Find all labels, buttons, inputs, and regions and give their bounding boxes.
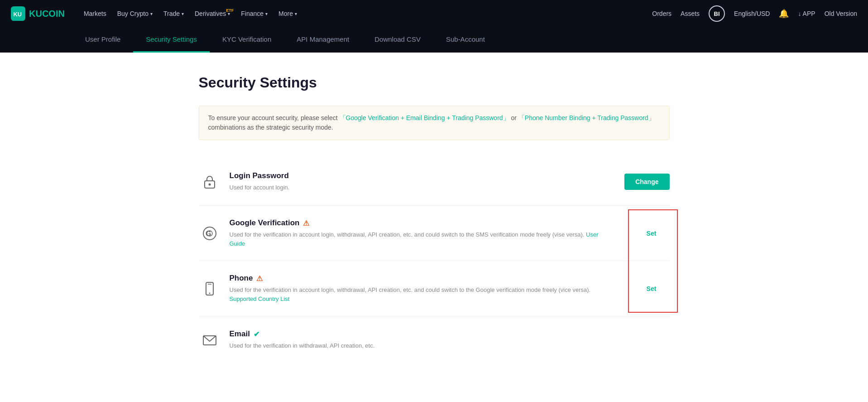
buy-crypto-arrow: ▾ bbox=[150, 11, 153, 16]
login-password-item: Login Password Used for account login. C… bbox=[199, 158, 670, 206]
assets-link[interactable]: Assets bbox=[681, 10, 700, 17]
set-google-button[interactable]: Set bbox=[636, 225, 667, 242]
login-password-content: Login Password Used for account login. bbox=[230, 171, 607, 192]
phone-desc: Used for the verification in account log… bbox=[230, 286, 615, 303]
set-phone-button[interactable]: Set bbox=[636, 281, 667, 297]
logo[interactable]: KU KUCOIN bbox=[11, 6, 65, 21]
notice-text-after: combinations as the strategic security m… bbox=[208, 124, 333, 131]
google-phone-section: G Google Verification ⚠ Used for the ver… bbox=[199, 206, 670, 316]
nav-derivatives[interactable]: ETF Derivatives ▾ bbox=[190, 6, 235, 21]
phone-action: Set bbox=[633, 281, 670, 297]
language-selector[interactable]: English/USD bbox=[734, 10, 770, 17]
avatar[interactable]: BI bbox=[709, 5, 725, 22]
tab-sub-account[interactable]: Sub-Account bbox=[433, 27, 498, 53]
nav-markets[interactable]: Markets bbox=[79, 6, 111, 21]
lock-icon bbox=[199, 171, 221, 193]
login-password-desc: Used for account login. bbox=[230, 183, 607, 192]
change-password-button[interactable]: Change bbox=[624, 174, 669, 190]
brand-name: KUCOIN bbox=[29, 9, 65, 19]
svg-text:KU: KU bbox=[14, 11, 22, 18]
nav-right: Orders Assets BI English/USD 🔔 ↓ APP Old… bbox=[652, 5, 857, 22]
login-password-action: Change bbox=[624, 174, 669, 190]
google-warn-icon: ⚠ bbox=[303, 219, 309, 228]
tab-user-profile[interactable]: User Profile bbox=[72, 27, 133, 53]
tab-kyc-verification[interactable]: KYC Verification bbox=[210, 27, 284, 53]
svg-point-3 bbox=[208, 184, 211, 186]
nav-trade[interactable]: Trade ▾ bbox=[159, 6, 188, 21]
subnav: User Profile Security Settings KYC Verif… bbox=[0, 27, 868, 53]
nav-links: Markets Buy Crypto ▾ Trade ▾ ETF Derivat… bbox=[79, 6, 638, 21]
orders-link[interactable]: Orders bbox=[652, 10, 671, 17]
nav-finance[interactable]: Finance ▾ bbox=[236, 6, 272, 21]
phone-content: Phone ⚠ Used for the verification in acc… bbox=[230, 274, 615, 303]
nav-more[interactable]: More ▾ bbox=[274, 6, 302, 21]
email-content: Email ✔ Used for the verification in wit… bbox=[230, 329, 670, 350]
phone-title: Phone ⚠ bbox=[230, 274, 615, 283]
google-verification-title: Google Verification ⚠ bbox=[230, 218, 615, 228]
page-title: Security Settings bbox=[199, 74, 670, 91]
phone-item: Phone ⚠ Used for the verification in acc… bbox=[199, 261, 670, 316]
tab-download-csv[interactable]: Download CSV bbox=[362, 27, 433, 53]
nav-buy-crypto[interactable]: Buy Crypto ▾ bbox=[113, 6, 157, 21]
notice-text-before: To ensure your account security, please … bbox=[208, 114, 338, 121]
old-version-link[interactable]: Old Version bbox=[825, 10, 857, 17]
phone-warn-icon: ⚠ bbox=[256, 274, 263, 283]
phone-icon bbox=[199, 278, 221, 300]
email-item: Email ✔ Used for the verification in wit… bbox=[199, 316, 670, 363]
finance-arrow: ▾ bbox=[265, 11, 268, 16]
etf-badge: ETF bbox=[226, 8, 234, 13]
notice-option1: 「Google Verification + Email Binding + T… bbox=[340, 114, 509, 121]
app-download[interactable]: ↓ APP bbox=[798, 10, 815, 17]
login-password-title: Login Password bbox=[230, 171, 607, 180]
notification-bell[interactable]: 🔔 bbox=[779, 9, 789, 19]
trade-arrow: ▾ bbox=[182, 11, 184, 16]
more-arrow: ▾ bbox=[295, 11, 297, 16]
email-icon bbox=[199, 329, 221, 351]
security-list: Login Password Used for account login. C… bbox=[199, 158, 670, 363]
svg-point-9 bbox=[209, 292, 210, 294]
phone-country-list-link[interactable]: Supported Country List bbox=[230, 295, 290, 302]
google-verification-content: Google Verification ⚠ Used for the verif… bbox=[230, 218, 615, 248]
google-verification-desc: Used for the verification in account log… bbox=[230, 230, 615, 248]
main-content: Security Settings To ensure your account… bbox=[163, 53, 706, 385]
navbar: KU KUCOIN Markets Buy Crypto ▾ Trade ▾ E… bbox=[0, 0, 868, 27]
tab-security-settings[interactable]: Security Settings bbox=[133, 27, 210, 53]
notice-or: or bbox=[511, 114, 518, 121]
google-verification-action: Set bbox=[633, 225, 670, 242]
email-title: Email ✔ bbox=[230, 329, 670, 339]
email-check-icon: ✔ bbox=[254, 330, 259, 339]
google-icon: G bbox=[199, 223, 221, 244]
google-verification-item: G Google Verification ⚠ Used for the ver… bbox=[199, 206, 670, 261]
security-notice: To ensure your account security, please … bbox=[199, 106, 670, 140]
email-desc: Used for the verification in withdrawal,… bbox=[230, 341, 670, 350]
notice-option2: 「Phone Number Binding + Trading Password… bbox=[518, 114, 655, 121]
tab-api-management[interactable]: API Management bbox=[284, 27, 362, 53]
